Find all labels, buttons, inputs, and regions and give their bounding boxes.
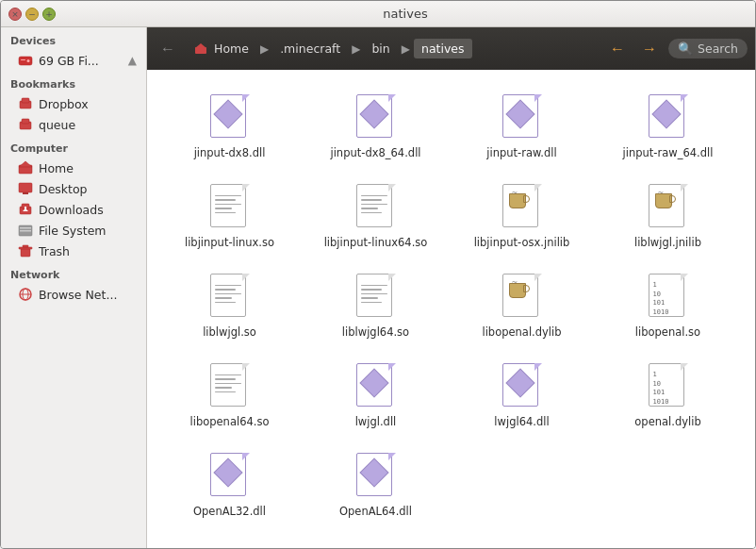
search-button[interactable]: 🔍 Search (668, 39, 748, 58)
sidebar-item-trash[interactable]: Trash (1, 241, 146, 261)
file-icon (353, 179, 399, 232)
minimize-button[interactable]: − (25, 8, 39, 21)
file-icon (353, 448, 399, 501)
svg-rect-17 (20, 230, 31, 232)
hd-icon (18, 53, 33, 68)
sidebar: Devices 69 GB Fi... ▲ Bookmarks (1, 27, 147, 548)
file-icon: ~ (500, 269, 545, 322)
file-item[interactable]: ~ libjinput-osx.jnilib (449, 174, 595, 256)
search-icon: 🔍 (678, 42, 693, 56)
breadcrumb-chevron-1: ▶ (260, 42, 269, 56)
file-icon: ~ (500, 179, 545, 232)
svg-rect-4 (22, 98, 29, 103)
sidebar-item-dropbox[interactable]: Dropbox (1, 93, 146, 114)
breadcrumb-minecraft-label: .minecraft (280, 42, 340, 56)
breadcrumb-natives[interactable]: natives (414, 39, 472, 58)
file-item[interactable]: jinput-dx8.dll (156, 84, 303, 166)
file-name: jinput-dx8.dll (194, 146, 266, 160)
svg-marker-8 (19, 161, 32, 167)
eject-button[interactable]: ▲ (128, 54, 137, 67)
file-name: libjinput-osx.jnilib (474, 236, 570, 250)
sidebar-item-downloads[interactable]: Downloads (1, 199, 146, 220)
file-name: libopenal64.so (190, 415, 270, 429)
svg-rect-24 (195, 47, 206, 54)
file-icon (353, 358, 399, 411)
file-item[interactable]: jinput-dx8_64.dll (303, 84, 449, 166)
search-label: Search (698, 42, 738, 56)
home-label: Home (39, 161, 74, 175)
trash-label: Trash (39, 244, 70, 258)
file-item[interactable]: ~ liblwjgl.jnilib (595, 174, 741, 256)
file-item[interactable]: libopenal64.so (156, 353, 303, 435)
main-layout: Devices 69 GB Fi... ▲ Bookmarks (1, 27, 755, 548)
file-item[interactable]: 1101011010 openal.dylib (595, 353, 741, 435)
file-item[interactable]: OpenAL32.dll (156, 442, 303, 524)
window-title: natives (63, 7, 748, 21)
forward-button[interactable]: ← (604, 36, 631, 62)
home-icon (18, 160, 33, 175)
file-name: openal.dylib (634, 415, 700, 429)
sidebar-item-desktop[interactable]: Desktop (1, 178, 146, 199)
file-item[interactable]: jinput-raw.dll (449, 84, 595, 166)
browsenet-label: Browse Net... (39, 288, 117, 302)
sidebar-item-home[interactable]: Home (1, 158, 146, 178)
file-name: libopenal.dylib (482, 325, 561, 340)
filesystem-label: File System (39, 224, 107, 238)
svg-rect-19 (19, 247, 32, 249)
svg-rect-18 (21, 248, 30, 257)
dropbox-icon (18, 96, 33, 111)
file-name: OpenAL32.dll (193, 505, 266, 519)
breadcrumb-natives-label: natives (421, 42, 465, 56)
sidebar-item-filesystem[interactable]: File System (1, 220, 146, 241)
sidebar-section-computer: Computer (1, 135, 146, 158)
file-item[interactable]: ~ libopenal.dylib (449, 263, 595, 345)
file-item[interactable]: lwjgl.dll (303, 353, 449, 435)
file-icon (353, 269, 399, 322)
svg-rect-20 (23, 245, 28, 247)
breadcrumb-bin[interactable]: bin (364, 39, 397, 58)
sidebar-item-browsenet[interactable]: Browse Net... (1, 284, 146, 305)
dropbox-label: Dropbox (39, 97, 89, 111)
sidebar-item-queue[interactable]: queue (1, 114, 146, 135)
file-item[interactable]: OpenAL64.dll (303, 442, 449, 524)
file-icon (207, 358, 253, 411)
sidebar-item-hd[interactable]: 69 GB Fi... ▲ (1, 50, 146, 71)
forward-nav-button[interactable]: → (636, 36, 663, 62)
back-button[interactable]: ← (155, 36, 181, 62)
desktop-icon (18, 181, 33, 196)
file-name: jinput-raw_64.dll (623, 146, 714, 160)
breadcrumb-home[interactable]: Home (187, 39, 256, 59)
window-controls: × − + (8, 8, 56, 21)
maximize-button[interactable]: + (42, 8, 56, 21)
file-item[interactable]: libjinput-linux.so (156, 174, 303, 256)
file-item[interactable]: liblwjgl.so (156, 263, 303, 345)
file-item[interactable]: libjinput-linux64.so (303, 174, 449, 256)
file-item[interactable]: 1101011010 libopenal.so (595, 263, 741, 345)
file-name: libjinput-linux64.so (324, 236, 428, 250)
file-name: jinput-raw.dll (486, 146, 556, 160)
desktop-label: Desktop (39, 182, 88, 196)
queue-icon (18, 117, 33, 132)
file-name: libopenal.so (635, 325, 700, 340)
filesystem-icon (18, 223, 33, 238)
trash-icon (18, 243, 33, 258)
file-item[interactable]: liblwjgl64.so (303, 263, 449, 345)
file-icon (353, 90, 399, 142)
file-name: OpenAL64.dll (339, 505, 412, 519)
hd-label: 69 GB Fi... (39, 54, 99, 68)
file-manager-window: × − + natives Devices 69 GB Fi... ▲ (0, 0, 756, 549)
file-icon: ~ (646, 179, 691, 232)
file-item[interactable]: jinput-raw_64.dll (595, 84, 741, 166)
file-icon: 1101011010 (646, 269, 691, 322)
back-icon: ← (160, 41, 175, 58)
downloads-icon (18, 202, 33, 217)
file-icon (646, 90, 691, 142)
svg-rect-10 (23, 192, 28, 194)
back-arrow-icon: ← (610, 41, 625, 58)
toolbar: ← Home ▶ .minecraft ▶ (147, 27, 755, 70)
close-button[interactable]: × (8, 8, 22, 21)
svg-rect-2 (21, 59, 25, 60)
file-item[interactable]: lwjgl64.dll (449, 353, 595, 435)
breadcrumb-minecraft[interactable]: .minecraft (272, 39, 348, 58)
file-icon (207, 269, 253, 322)
